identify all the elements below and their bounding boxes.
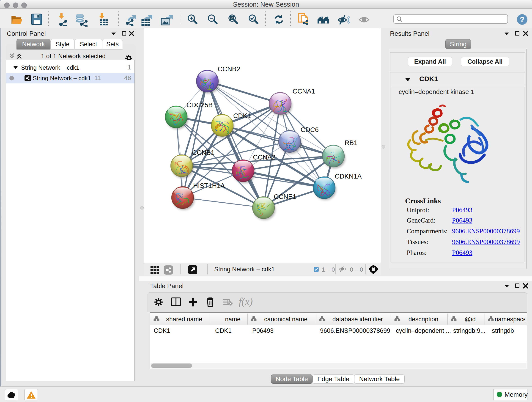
svg-text:HIST1H1A: HIST1H1A	[193, 182, 225, 189]
svg-text:CCNA2: CCNA2	[253, 153, 275, 161]
svg-text:CDC25B: CDC25B	[186, 101, 213, 109]
svg-text:CCNA1: CCNA1	[293, 88, 315, 95]
svg-text:RB1: RB1	[345, 139, 357, 147]
svg-text:CCNB1: CCNB1	[192, 149, 215, 156]
svg-text:CCNB2: CCNB2	[218, 65, 240, 73]
svg-text:CDK1: CDK1	[233, 112, 251, 119]
svg-text:CDC6: CDC6	[301, 126, 319, 133]
svg-text:CCNE1: CCNE1	[274, 193, 296, 200]
svg-text:CDKN1A: CDKN1A	[335, 172, 362, 180]
